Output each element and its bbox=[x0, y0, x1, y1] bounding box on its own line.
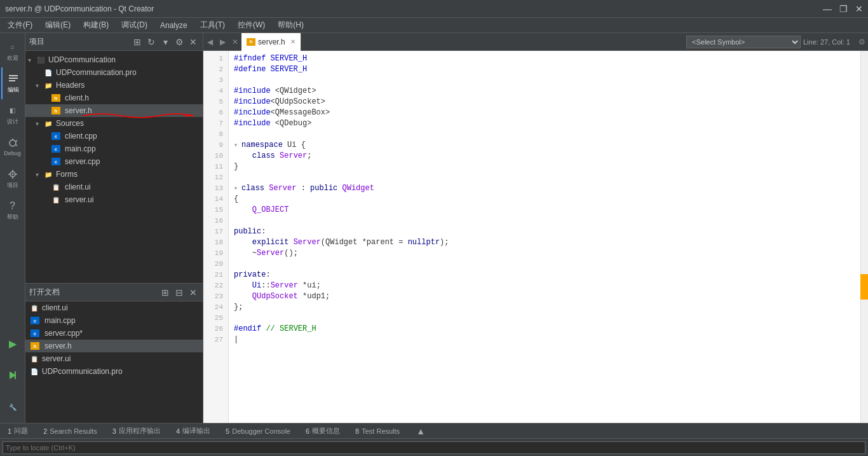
tree-node-root[interactable]: ▾ ⬛ UDPcommunication bbox=[25, 53, 203, 66]
settings-button[interactable]: ⚙ bbox=[173, 36, 185, 48]
sidebar-label-edit: 编辑 bbox=[8, 86, 19, 94]
debug-icon bbox=[6, 137, 19, 149]
filter-button[interactable]: ⊞ bbox=[132, 36, 143, 48]
sidebar-item-projects[interactable]: 项目 bbox=[1, 163, 24, 195]
sidebar-item-run[interactable]: ▶ bbox=[1, 328, 24, 359]
search-input[interactable] bbox=[3, 441, 865, 454]
doc-item-server-h[interactable]: h server.h bbox=[25, 340, 203, 352]
ln-1: 1 bbox=[203, 53, 223, 64]
ln-6: 6 bbox=[203, 107, 223, 118]
nav-close-button[interactable]: ✕ bbox=[229, 33, 241, 51]
collapse-button[interactable]: ▾ bbox=[159, 36, 171, 48]
status-tab-debugger[interactable]: 5 Debugger Console bbox=[223, 424, 293, 439]
arrow-sources: ▾ bbox=[36, 120, 43, 127]
status-tab-search[interactable]: 2 Search Results bbox=[41, 424, 100, 439]
server-cpp-icon: c bbox=[51, 157, 61, 166]
tree-node-main-cpp[interactable]: ▸ c main.cpp bbox=[25, 142, 203, 155]
close-button[interactable]: ✕ bbox=[855, 4, 863, 14]
doc-item-main-cpp[interactable]: c main.cpp bbox=[25, 314, 203, 327]
main-layout: ⌂ 欢迎 编辑 ◧ 设计 Debug 项目 ? 帮助 bbox=[0, 33, 868, 423]
doc-label-server-cpp: server.cpp* bbox=[44, 329, 83, 338]
sidebar-item-help[interactable]: ? 帮助 bbox=[1, 195, 24, 226]
status-tab-test[interactable]: 8 Test Results bbox=[353, 424, 402, 439]
doc-item-server-cpp[interactable]: c server.cpp* bbox=[25, 327, 203, 340]
doc-item-client-ui[interactable]: 📋 client.ui bbox=[25, 301, 203, 314]
ln-5: 5 bbox=[203, 97, 223, 107]
menu-analyze[interactable]: Analyze bbox=[155, 20, 193, 31]
tree-node-forms[interactable]: ▾ 📁 Forms bbox=[25, 168, 203, 181]
code-line-2: #define SERVER_H bbox=[234, 64, 855, 75]
code-line-12 bbox=[234, 172, 855, 183]
code-text[interactable]: #ifndef SERVER_H #define SERVER_H #inclu… bbox=[229, 51, 860, 423]
ln-25: 25 bbox=[203, 313, 223, 324]
tab-close-server-h[interactable]: ✕ bbox=[290, 38, 295, 45]
ln-24: 24 bbox=[203, 302, 223, 313]
editor-scrollbar[interactable] bbox=[860, 51, 868, 423]
open-docs-close[interactable]: ✕ bbox=[187, 287, 199, 298]
svg-rect-2 bbox=[9, 80, 15, 81]
tree-node-headers[interactable]: ▾ 📁 Headers bbox=[25, 79, 203, 92]
open-docs-split[interactable]: ⊟ bbox=[173, 287, 185, 298]
doc-icon-server-cpp: c bbox=[31, 329, 39, 338]
menu-debug[interactable]: 调试(D) bbox=[116, 18, 153, 32]
sidebar-item-welcome[interactable]: ⌂ 欢迎 bbox=[1, 36, 24, 67]
ln-13: 13 bbox=[203, 183, 223, 194]
tree-label-server-cpp: server.cpp bbox=[65, 157, 100, 166]
scrollbar-thumb[interactable] bbox=[860, 274, 868, 300]
sidebar-item-wrench[interactable]: 🔧 bbox=[1, 391, 24, 423]
status-tab-compile[interactable]: 4 编译输出 bbox=[173, 424, 213, 439]
tree-node-server-ui[interactable]: ▸ 📋 server.ui bbox=[25, 193, 203, 206]
sidebar-item-build[interactable] bbox=[1, 359, 24, 391]
status-bar-chevron[interactable]: ▲ bbox=[415, 425, 426, 437]
doc-icon-udp-pro: 📄 bbox=[31, 368, 38, 375]
maximize-button[interactable]: ❐ bbox=[839, 4, 848, 14]
project-panel: 项目 ⊞ ↻ ▾ ⚙ ✕ ▾ ⬛ UDPcommunication ▸ 📄 UD… bbox=[25, 33, 203, 423]
sync-button[interactable]: ↻ bbox=[146, 36, 157, 48]
doc-item-server-ui[interactable]: 📋 server.ui bbox=[25, 352, 203, 365]
status-tab-name-debugger: Debugger Console bbox=[232, 427, 290, 435]
menu-tools[interactable]: 工具(T) bbox=[195, 18, 230, 32]
menu-bar: 文件(F) 编辑(E) 构建(B) 调试(D) Analyze 工具(T) 控件… bbox=[0, 18, 868, 33]
sidebar-item-design[interactable]: ◧ 设计 bbox=[1, 99, 24, 131]
nav-back-button[interactable]: ◀ bbox=[203, 33, 216, 51]
tree-node-sources[interactable]: ▾ 📁 Sources bbox=[25, 117, 203, 130]
tree-node-server-h[interactable]: ▸ h server.h bbox=[25, 104, 203, 117]
settings-editor-button[interactable]: ⚙ bbox=[855, 33, 868, 51]
build-icon bbox=[6, 370, 19, 381]
status-tab-app-output[interactable]: 3 应用程序输出 bbox=[110, 424, 163, 439]
help-icon: ? bbox=[6, 200, 19, 212]
open-docs-filter[interactable]: ⊞ bbox=[159, 287, 171, 298]
tree-node-client-ui[interactable]: ▸ 📋 client.ui bbox=[25, 181, 203, 193]
tree-label-sources: Sources bbox=[56, 119, 84, 128]
close-panel-button[interactable]: ✕ bbox=[187, 36, 199, 48]
ln-12: 12 bbox=[203, 172, 223, 183]
minimize-button[interactable]: — bbox=[823, 4, 832, 14]
menu-edit[interactable]: 编辑(E) bbox=[40, 18, 76, 32]
doc-item-udp-pro[interactable]: 📄 UDPcommunication.pro bbox=[25, 365, 203, 378]
editor-tab-server-h[interactable]: h server.h ✕ bbox=[241, 33, 301, 51]
menu-file[interactable]: 文件(F) bbox=[3, 18, 37, 32]
ln-27: 27 bbox=[203, 335, 223, 345]
forms-folder-icon: 📁 bbox=[43, 170, 53, 179]
menu-controls[interactable]: 控件(W) bbox=[233, 18, 270, 32]
editor-content[interactable]: 1 2 3 4 5 6 7 8 9 10 11 12 13 14 15 16 1… bbox=[203, 51, 868, 423]
status-tab-overview[interactable]: 6 概要信息 bbox=[303, 424, 342, 439]
sidebar-item-edit[interactable]: 编辑 bbox=[1, 67, 24, 99]
tree-node-client-cpp[interactable]: ▸ c client.cpp bbox=[25, 130, 203, 142]
tree-node-server-cpp[interactable]: ▸ c server.cpp bbox=[25, 155, 203, 168]
tree-node-pro[interactable]: ▸ 📄 UDPcommunication.pro bbox=[25, 66, 203, 79]
nav-forward-button[interactable]: ▶ bbox=[216, 33, 229, 51]
project-tree: ▾ ⬛ UDPcommunication ▸ 📄 UDPcommunicatio… bbox=[25, 51, 203, 283]
svg-rect-14 bbox=[15, 371, 16, 379]
sources-folder-icon: 📁 bbox=[43, 119, 53, 128]
menu-help[interactable]: 帮助(H) bbox=[273, 18, 309, 32]
tree-node-client-h[interactable]: ▸ h client.h bbox=[25, 92, 203, 104]
status-bar: 1 问题 2 Search Results 3 应用程序输出 4 编译输出 5 … bbox=[0, 423, 868, 438]
symbol-select[interactable]: <Select Symbol> bbox=[686, 36, 801, 48]
sidebar-item-debug[interactable]: Debug bbox=[1, 131, 24, 163]
status-tab-name-test: Test Results bbox=[362, 427, 400, 435]
ln-19: 19 bbox=[203, 248, 223, 259]
window-controls[interactable]: — ❐ ✕ bbox=[823, 4, 863, 14]
status-tab-issues[interactable]: 1 问题 bbox=[5, 424, 31, 439]
menu-build[interactable]: 构建(B) bbox=[78, 18, 114, 32]
